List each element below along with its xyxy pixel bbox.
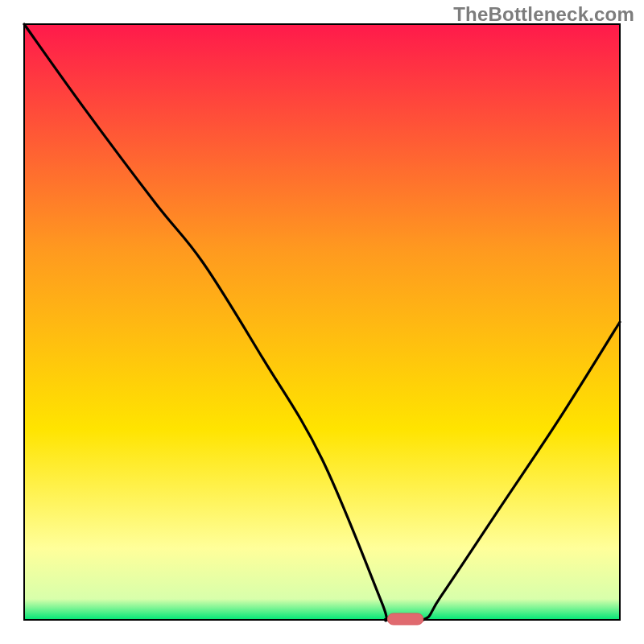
chart-svg [0,0,644,644]
optimal-marker [387,613,423,625]
plot-background [24,24,620,620]
bottleneck-chart: TheBottleneck.com [0,0,644,644]
